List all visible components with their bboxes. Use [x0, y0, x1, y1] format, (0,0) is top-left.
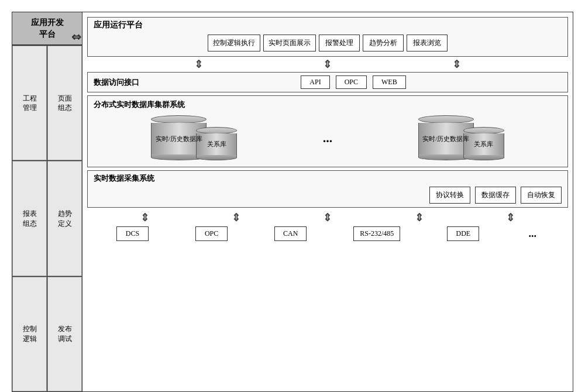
- db-cluster-1: 实时/历史数据库 关系库: [151, 115, 237, 161]
- db1-sub-label: 关系库: [207, 140, 226, 149]
- right-panel: 应用运行平台 控制逻辑执行 实时页面展示 报警处理 趋势分析 报表浏览 ⇔ ⇕ …: [82, 12, 573, 391]
- cell-project-mgmt: 工程管理: [12, 46, 47, 160]
- runtime-platform-section: 应用运行平台 控制逻辑执行 实时页面展示 报警处理 趋势分析 报表浏览 ⇔: [87, 17, 568, 57]
- cell-report-config: 报表组态: [12, 161, 47, 276]
- protocol-boxes-row: DCS OPC CAN RS-232/485 DDE ...: [87, 225, 568, 242]
- arrow-dcs: ⇕: [140, 211, 149, 224]
- arrow-opc: ⇕: [232, 211, 240, 224]
- bottom-section: ⇕ ⇕ ⇕ ⇕ ⇕ DCS OPC CAN RS-232/485 DDE ...: [87, 210, 568, 242]
- cell-trend-def: 趋势定义: [47, 161, 82, 276]
- arrow-rs: ⇕: [415, 211, 424, 224]
- cell-publish-debug: 发布调试: [47, 277, 82, 391]
- collection-section: 实时数据采集系统 协议转换 数据缓存 自动恢复: [87, 170, 568, 208]
- arrow-dde: ⇕: [506, 211, 515, 224]
- protocol-dde: DDE: [447, 226, 479, 241]
- collection-modules: 协议转换 数据缓存 自动恢复: [94, 185, 562, 205]
- small-cylinder-2: 关系库: [463, 126, 504, 161]
- protocol-more: ...: [526, 228, 539, 240]
- collection-title: 实时数据采集系统: [94, 173, 562, 184]
- db2-label: 实时/历史数据库: [422, 135, 469, 143]
- left-panel-grid: 工程管理 页面组态 报表组态 趋势定义 控制逻辑 发布调试: [12, 45, 82, 391]
- module-cache: 数据缓存: [475, 187, 516, 204]
- interface-api: API: [301, 75, 329, 89]
- protocol-can: CAN: [274, 226, 307, 241]
- db1-label: 实时/历史数据库: [156, 135, 202, 143]
- db-clusters-row: 实时/历史数据库 关系库 ...: [94, 112, 562, 163]
- module-trend: 趋势分析: [363, 35, 404, 51]
- module-control-exec: 控制逻辑执行: [208, 35, 260, 51]
- module-realtime-display: 实时页面展示: [263, 35, 316, 51]
- data-access-interfaces: API OPC WEB: [145, 75, 562, 89]
- db-cluster-title: 分布式实时数据库集群系统: [94, 99, 562, 110]
- data-access-title: 数据访问接口: [94, 77, 139, 88]
- arrow-1: ⇕: [194, 58, 203, 71]
- module-recovery: 自动恢复: [521, 187, 562, 204]
- runtime-modules-row: 控制逻辑执行 实时页面展示 报警处理 趋势分析 报表浏览: [88, 32, 567, 56]
- data-access-section: 数据访问接口 API OPC WEB: [87, 72, 568, 92]
- dots-separator: ...: [317, 130, 339, 146]
- db2-sub-label: 关系库: [474, 140, 493, 149]
- protocol-dcs: DCS: [116, 226, 149, 241]
- cell-control-logic: 控制逻辑: [12, 277, 47, 391]
- protocol-opc: OPC: [195, 226, 228, 241]
- protocol-rs232: RS-232/485: [353, 226, 400, 241]
- left-connector-arrow: ⇔: [71, 30, 81, 44]
- arrow-can: ⇕: [323, 211, 332, 224]
- interface-opc: OPC: [336, 75, 367, 89]
- db-cluster-2: 实时/历史数据库 关系库: [418, 115, 504, 161]
- arrows-row-1: ⇕ ⇕ ⇕: [87, 57, 568, 72]
- cell-page-config: 页面组态: [47, 46, 82, 160]
- small-cylinder-1: 关系库: [196, 126, 237, 161]
- runtime-platform-title: 应用运行平台: [88, 18, 567, 32]
- module-protocol: 协议转换: [429, 187, 470, 204]
- module-alarm: 报警处理: [319, 35, 360, 51]
- bottom-arrows-row: ⇕ ⇕ ⇕ ⇕ ⇕: [87, 210, 568, 225]
- left-panel: 应用开发平台 工程管理 页面组态 报表组态 趋势定义 控制逻辑 发布调试: [12, 12, 82, 391]
- module-report: 报表浏览: [407, 35, 448, 51]
- interface-web: WEB: [373, 75, 406, 89]
- db-cluster-section: 分布式实时数据库集群系统 实时/历史数据库: [87, 95, 568, 167]
- arrow-3: ⇕: [452, 58, 461, 71]
- arrow-2: ⇕: [323, 58, 332, 71]
